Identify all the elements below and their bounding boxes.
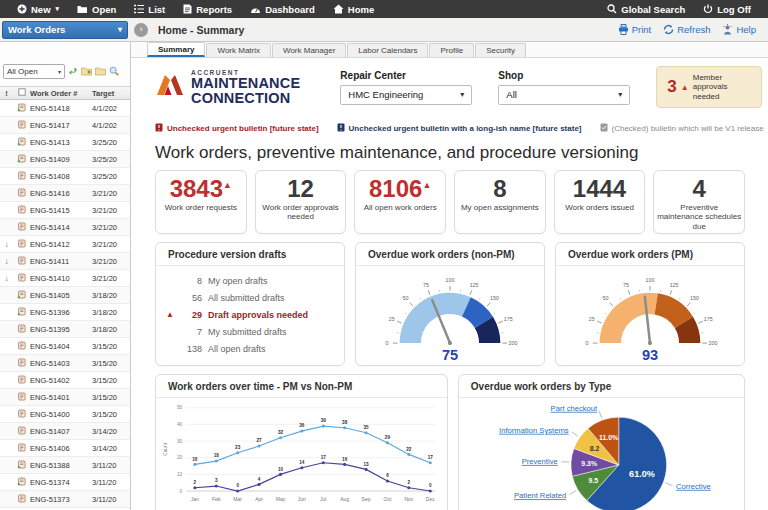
work-orders-over-time-panel: Work orders over time - PM vs Non-PM 010… <box>155 374 448 510</box>
work-order-row[interactable]: ↓ENG-514113/21/20 <box>0 253 130 270</box>
work-order-row[interactable]: ENG-514174/1/202 <box>0 117 130 134</box>
kpi-approvals-needed[interactable]: 12 Work order approvals needed <box>255 170 347 234</box>
tab-security[interactable]: Security <box>475 43 526 57</box>
work-order-row[interactable]: ENG-513733/11/20 <box>0 491 130 508</box>
work-order-row[interactable]: ENG-514143/21/20 <box>0 219 130 236</box>
work-order-target-date: 3/21/20 <box>92 257 130 266</box>
kpi-all-open-work-orders[interactable]: 8106▲ All open work orders <box>354 170 446 234</box>
nav-label: Home <box>348 4 374 15</box>
work-order-row[interactable]: ENG-514133/25/20 <box>0 134 130 151</box>
pie-slice-label[interactable]: Preventive <box>522 457 558 466</box>
column-work-order-number[interactable]: Work Order # <box>30 89 92 98</box>
pie-slice-label[interactable]: Part checkout <box>550 404 598 413</box>
sidebar-collapse-button[interactable]: › <box>134 23 148 37</box>
tab-work-manager[interactable]: Work Manager <box>272 43 346 57</box>
work-order-target-date: 3/11/20 <box>92 478 130 487</box>
kpi-work-orders-issued[interactable]: 1444 Work orders issued <box>554 170 646 234</box>
svg-text:75: 75 <box>423 282 429 288</box>
work-order-row[interactable]: ENG-513743/11/20 <box>0 474 130 491</box>
pie-slice-label[interactable]: Patient Related <box>514 491 566 500</box>
work-order-row[interactable]: ENG-514023/15/20 <box>0 372 130 389</box>
print-button[interactable]: Print <box>618 24 652 35</box>
help-button[interactable]: Help <box>722 24 756 35</box>
shop-select[interactable]: All ▾ <box>498 85 630 105</box>
repair-center-select[interactable]: HMC Engineering ▾ <box>340 85 472 105</box>
work-order-target-date: 3/15/20 <box>92 342 130 351</box>
wo-type-icon[interactable] <box>18 89 26 98</box>
kpi-pm-schedules-due[interactable]: 4 Preventive maintenance schedules due <box>653 170 745 234</box>
refresh-button[interactable]: Refresh <box>663 24 710 35</box>
nav-label: Dashboard <box>265 4 315 15</box>
nav-item-new[interactable]: New ▾ <box>8 0 68 18</box>
column-target-date[interactable]: Target <box>92 89 130 98</box>
svg-text:Oct: Oct <box>384 496 392 502</box>
work-order-row[interactable]: ENG-513963/18/20 <box>0 304 130 321</box>
svg-text:50: 50 <box>402 296 408 302</box>
down-arrow-icon: ↓ <box>0 274 13 283</box>
work-order-table-header: ! Work Order # Target <box>0 86 130 100</box>
tab-summary[interactable]: Summary <box>147 42 205 57</box>
work-order-row[interactable]: ENG-514073/14/20 <box>0 423 130 440</box>
log-off-button[interactable]: Log Off <box>694 0 760 18</box>
panel-title: Overdue work orders (PM) <box>556 243 744 266</box>
nav-item-reports[interactable]: Reports <box>174 0 241 18</box>
global-search-button[interactable]: Global Search <box>598 0 694 18</box>
work-order-row[interactable]: ENG-514083/25/20 <box>0 168 130 185</box>
pie-slice-label[interactable]: Information Systems <box>499 426 569 435</box>
work-order-row[interactable]: ENG-514043/15/20 <box>0 338 130 355</box>
column-priority[interactable]: ! <box>0 89 13 98</box>
draft-approvals-needed-row[interactable]: ▲ 29 Draft approvals needed <box>166 306 334 323</box>
tab-labor-calendars[interactable]: Labor Calendars <box>347 43 428 57</box>
svg-text:0: 0 <box>586 340 589 346</box>
work-order-row[interactable]: ENG-513883/11/20 <box>0 457 130 474</box>
member-approvals-badge[interactable]: 3 ▲ Member approvals needed <box>656 66 761 108</box>
svg-text:9.5: 9.5 <box>588 477 598 484</box>
work-order-number: ENG-51373 <box>30 495 92 504</box>
bulletin-link-urgent[interactable]: Unchecked urgent bulletin [future state] <box>155 123 319 134</box>
folder-new-icon[interactable] <box>81 62 92 80</box>
svg-text:50: 50 <box>602 296 608 302</box>
pie-slice-label[interactable]: Corrective <box>676 482 711 491</box>
kpi-my-open-assignments[interactable]: 8 My open assignments <box>454 170 546 234</box>
draft-stat-row[interactable]: 56 All submitted drafts <box>166 289 334 306</box>
search-list-icon[interactable] <box>109 62 119 80</box>
svg-text:150: 150 <box>490 296 499 302</box>
work-order-row[interactable]: ENG-513953/18/20 <box>0 321 130 338</box>
bulletin-link-checked[interactable]: (Checked) bulletin which will be V1 rele… <box>600 123 764 134</box>
refresh-list-icon[interactable] <box>68 62 78 80</box>
summary-content: ACCRUENT MAINTENANCE CONNECTION Repair C… <box>131 58 768 510</box>
work-order-icon <box>17 392 26 403</box>
draft-stat-row[interactable]: 7 My submitted drafts <box>166 323 334 340</box>
work-order-icon <box>17 307 26 318</box>
draft-stat-row[interactable]: 138 All open drafts <box>166 340 334 357</box>
work-order-row[interactable]: ENG-514163/21/20 <box>0 185 130 202</box>
nav-item-dashboard[interactable]: Dashboard <box>241 0 324 18</box>
tab-work-matrix[interactable]: Work Matrix <box>206 43 271 57</box>
svg-text:Jan: Jan <box>191 496 199 502</box>
work-order-row[interactable]: ENG-514013/15/20 <box>0 389 130 406</box>
work-order-row[interactable]: ↓ENG-514123/21/20 <box>0 236 130 253</box>
work-order-row[interactable]: ENG-514153/21/20 <box>0 202 130 219</box>
work-order-row[interactable]: ENG-514063/14/20 <box>0 440 130 457</box>
app-window: New ▾ Open List Reports Dashboard Home G… <box>0 0 768 510</box>
svg-text:Dec: Dec <box>426 496 435 502</box>
work-order-filter-select[interactable]: All Open ▾ <box>3 64 65 79</box>
kpi-work-order-requests[interactable]: 3843▲ Work order requests <box>155 170 247 234</box>
work-order-row[interactable]: ENG-514003/15/20 <box>0 406 130 423</box>
folder-open-icon[interactable] <box>95 62 106 80</box>
tab-profile[interactable]: Profile <box>429 43 474 57</box>
work-order-row[interactable]: ENG-514093/25/20 <box>0 151 130 168</box>
work-order-row[interactable]: ENG-514033/15/20 <box>0 355 130 372</box>
module-select[interactable]: Work Orders ▾ <box>2 21 128 39</box>
draft-stat-row[interactable]: 8 My open drafts <box>166 272 334 289</box>
panel-title: Overdue work orders by Type <box>459 375 744 398</box>
work-order-icon <box>17 256 26 267</box>
nav-item-home[interactable]: Home <box>324 0 383 18</box>
svg-text:14: 14 <box>299 460 305 465</box>
nav-item-open[interactable]: Open <box>68 0 125 18</box>
nav-item-list[interactable]: List <box>125 0 174 18</box>
work-order-row[interactable]: ↓ENG-514103/21/20 <box>0 270 130 287</box>
bulletin-link-urgent-long[interactable]: Unchecked urgent bulletin with a long-is… <box>337 123 582 134</box>
work-order-row[interactable]: ENG-514184/1/202 <box>0 100 130 117</box>
work-order-row[interactable]: ENG-514053/18/20 <box>0 287 130 304</box>
